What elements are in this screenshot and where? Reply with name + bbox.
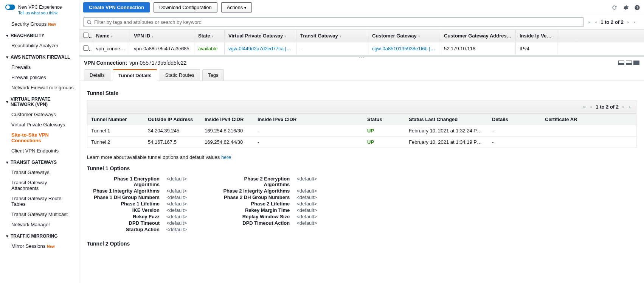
cell-iv: IPv4 — [516, 43, 557, 54]
download-config-button[interactable]: Download Configuration — [154, 2, 217, 12]
col-state[interactable]: State▾ — [194, 30, 225, 42]
option-key: Phase 2 Encryption Algorithms — [217, 176, 296, 187]
tunnel-pager: 1 to 2 of 2 — [87, 100, 636, 114]
option-row: Startup Action<default> — [87, 227, 187, 232]
sidebar-item-client-vpn[interactable]: Client VPN Endpoints — [0, 146, 79, 156]
option-value: <default> — [296, 207, 317, 213]
tcol-i4: Inside IPv4 CIDR — [201, 114, 254, 125]
col-vgw[interactable]: Virtual Private Gateway▾ — [225, 30, 296, 42]
page-last-icon[interactable] — [628, 105, 632, 109]
help-icon[interactable]: ? — [634, 5, 640, 11]
layout-split-icon[interactable] — [618, 61, 624, 65]
sidebar-item-tgw[interactable]: Transit Gateways — [0, 167, 79, 177]
sidebar-item-vpgw[interactable]: Virtual Private Gateways — [0, 120, 79, 130]
refresh-icon[interactable] — [611, 5, 618, 11]
sidebar-head-tm[interactable]: ▼TRAFFIC MIRRORING — [0, 230, 79, 241]
option-value: <default> — [166, 214, 187, 219]
option-value: <default> — [296, 214, 317, 219]
sidebar-item-nfrg[interactable]: Network Firewall rule groups — [0, 82, 79, 93]
feedback-link[interactable]: Tell us what you think — [0, 11, 79, 19]
tcol-i6: Inside IPv6 CIDR — [254, 114, 363, 125]
option-key: Phase 1 Lifetime — [87, 201, 166, 207]
status-up: UP — [363, 137, 405, 148]
sidebar-item-firewall-policies[interactable]: Firewall policies — [0, 72, 79, 82]
create-vpn-button[interactable]: Create VPN Connection — [83, 2, 150, 12]
col-vpn-id[interactable]: VPN ID▴ — [130, 30, 194, 42]
chevron-down-icon: ▾ — [244, 6, 246, 10]
option-key: Rekey Fuzz — [87, 214, 166, 219]
sidebar-item-security-groups[interactable]: Security GroupsNew — [0, 19, 79, 29]
tunnel-row[interactable]: Tunnel 1 34.204.39.245 169.254.8.216/30 … — [87, 125, 636, 137]
page-prev-icon[interactable] — [589, 105, 593, 109]
cell-cgw-link[interactable]: cgw-0a8510135938e1f6b | cust... — [368, 43, 440, 54]
sidebar-item-firewalls[interactable]: Firewalls — [0, 62, 79, 72]
option-value: <default> — [166, 188, 187, 194]
page-last-icon[interactable] — [633, 20, 637, 25]
option-row: IKE Version<default> — [87, 207, 187, 213]
tab-details[interactable]: Details — [84, 69, 110, 81]
tcol-oip: Outside IP Address — [144, 114, 201, 125]
here-link[interactable]: here — [221, 154, 231, 160]
sidebar-head-reachability[interactable]: ▼REACHABILITY — [0, 29, 79, 40]
option-value: <default> — [166, 176, 187, 187]
sidebar-item-nm[interactable]: Network Manager — [0, 219, 79, 230]
search-input[interactable] — [94, 19, 580, 25]
search-icon — [87, 20, 92, 25]
row-checkbox[interactable] — [83, 45, 88, 51]
col-cgw[interactable]: Customer Gateway▾ — [368, 30, 440, 42]
option-row: DPD Timeout Action<default> — [217, 220, 317, 226]
option-row: Phase 2 DH Group Numbers<default> — [217, 194, 317, 200]
select-all-checkbox[interactable] — [83, 33, 88, 38]
tunnel1-opts: Phase 1 Encryption Algorithms<default>Ph… — [87, 175, 636, 233]
sidebar-item-mirror-sessions[interactable]: Mirror SessionsNew — [0, 241, 79, 251]
sidebar-head-anf[interactable]: ▼AWS NETWORK FIREWALL — [0, 51, 79, 62]
gear-icon[interactable] — [623, 5, 629, 11]
sidebar: New VPC Experience Tell us what you thin… — [0, 0, 79, 283]
sidebar-head-tgw[interactable]: ▼TRANSIT GATEWAYS — [0, 156, 79, 167]
page-prev-icon[interactable] — [594, 20, 598, 25]
tab-tags[interactable]: Tags — [202, 69, 224, 81]
option-row: DPD Timeout<default> — [87, 220, 187, 226]
sidebar-item-tgm[interactable]: Transit Gateway Multicast — [0, 209, 79, 219]
caret-down-icon: ▼ — [5, 234, 9, 238]
option-value: <default> — [296, 220, 317, 226]
sidebar-item-reachability-analyzer[interactable]: Reachability Analyzer — [0, 40, 79, 51]
tunnel-row[interactable]: Tunnel 2 54.167.167.5 169.254.62.44/30 -… — [87, 137, 636, 148]
col-name[interactable]: Name▾ — [92, 30, 130, 42]
page-next-icon[interactable] — [621, 105, 625, 109]
new-experience-toggle[interactable] — [5, 5, 15, 10]
tunnel-pager-text: 1 to 2 of 2 — [596, 104, 619, 110]
sidebar-item-cgw[interactable]: Customer Gateways — [0, 109, 79, 120]
caret-down-icon: ▼ — [5, 34, 9, 38]
col-tgw[interactable]: Transit Gateway▾ — [296, 30, 368, 42]
actions-dropdown[interactable]: Actions▾ — [221, 2, 252, 12]
cell-vgw-link[interactable]: vgw-0f449d2a7d2ed77ca | vpn_... — [225, 43, 296, 54]
table-header: Name▾ VPN ID▴ State▾ Virtual Private Gat… — [79, 30, 644, 42]
tab-tunnel-details[interactable]: Tunnel Details — [113, 69, 157, 81]
search-box[interactable] — [83, 17, 584, 27]
col-iv[interactable]: Inside Ip Version — [516, 30, 557, 42]
sidebar-item-tgrt[interactable]: Transit Gateway Route Tables — [0, 193, 79, 209]
page-first-icon[interactable] — [582, 105, 587, 109]
option-row: Phase 1 DH Group Numbers<default> — [87, 194, 187, 200]
new-badge: New — [47, 244, 55, 249]
option-row: Phase 2 Encryption Algorithms<default> — [217, 176, 317, 187]
option-row: Phase 1 Encryption Algorithms<default> — [87, 176, 187, 187]
layout-bottom-icon[interactable] — [626, 61, 632, 65]
tunnel-state-head: Tunnel State — [87, 90, 636, 96]
layout-full-icon[interactable] — [633, 61, 639, 65]
table-row[interactable]: vpn_connecti... vpn-0a88c78c4d7a3e685 av… — [79, 42, 644, 55]
option-row: Rekey Margin Time<default> — [217, 207, 317, 213]
sidebar-item-s2s-vpn[interactable]: Site-to-Site VPN Connections — [0, 130, 79, 146]
caret-down-icon: ▼ — [5, 55, 9, 59]
sidebar-item-tga[interactable]: Transit Gateway Attachments — [0, 177, 79, 193]
option-key: Rekey Margin Time — [217, 207, 296, 213]
tcol-tm: Status Last Changed — [405, 114, 488, 125]
page-first-icon[interactable] — [587, 20, 591, 25]
top-action-bar: Create VPN Connection Download Configura… — [79, 0, 644, 15]
page-next-icon[interactable] — [626, 20, 630, 25]
tab-static-routes[interactable]: Static Routes — [160, 69, 200, 81]
sidebar-head-vpn[interactable]: ▼VIRTUAL PRIVATE NETWORK (VPN) — [0, 93, 79, 109]
col-cga[interactable]: Customer Gateway Address▾ — [440, 30, 516, 42]
cell-cga: 52.179.10.118 — [440, 43, 516, 54]
